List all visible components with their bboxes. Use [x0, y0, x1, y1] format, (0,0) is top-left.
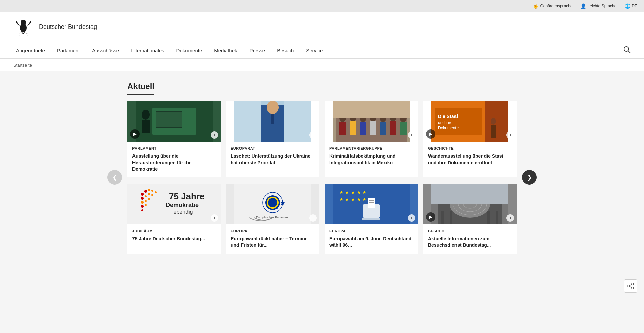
svg-rect-30 — [390, 121, 396, 135]
svg-rect-32 — [400, 122, 407, 135]
card-2-info-btn[interactable]: i — [309, 131, 317, 139]
svg-point-51 — [141, 197, 144, 200]
svg-point-3 — [624, 47, 629, 51]
main-nav: Abgeordnete Parlament Ausschüsse Interna… — [0, 42, 644, 59]
logo-area[interactable]: Deutscher Bundestag — [13, 17, 97, 37]
leichte-sprache-icon: 👤 — [581, 3, 586, 9]
card-8[interactable]: ▶ i Besuch Aktuelle Informationen zum Be… — [423, 184, 517, 254]
card-7-image: ★ ★ ★ ★ ★ ★ ★ ★ ★ ★ i — [325, 184, 418, 224]
card-4-play-btn[interactable]: ▶ — [426, 129, 435, 139]
svg-point-56 — [145, 200, 147, 202]
svg-rect-14 — [271, 114, 274, 124]
gebaerdensprache-link[interactable]: 🤟 Gebärdensprache — [533, 3, 573, 9]
card-1[interactable]: ▶ i Parlament Ausstellung über die Herau… — [127, 101, 221, 177]
card-6-image: ★★★ ★ ★ ★ ★ Europäisches Parlament i — [226, 184, 319, 224]
card-6-info-btn[interactable]: i — [309, 214, 317, 222]
card-6-image-svg: ★★★ ★ ★ ★ ★ Europäisches Parlament — [226, 184, 319, 224]
nav-abgeordnete[interactable]: Abgeordnete — [10, 42, 51, 59]
language-link[interactable]: 🌐 DE — [625, 3, 637, 9]
card-3-image: i — [325, 101, 418, 142]
svg-rect-22 — [350, 121, 356, 135]
svg-text:75 Jahre: 75 Jahre — [169, 191, 205, 201]
svg-point-58 — [141, 205, 144, 208]
card-1-play-btn[interactable]: ▶ — [130, 129, 140, 139]
card-1-body: Parlament Ausstellung über die Herausfor… — [127, 142, 221, 177]
svg-rect-26 — [370, 121, 376, 135]
card-8-body: Besuch Aktuelle Informationen zum Besuch… — [423, 224, 517, 254]
nav-mediathek[interactable]: Mediathek — [208, 42, 243, 59]
card-8-image: ▶ i — [423, 184, 517, 224]
card-7-body: Europa Europawahl am 9. Juni: Deutschlan… — [325, 224, 418, 254]
card-4-body: Geschichte Wanderausstellung über die St… — [423, 142, 517, 171]
card-2-image: i — [226, 101, 319, 142]
svg-line-4 — [628, 51, 631, 53]
globe-icon: 🌐 — [625, 3, 630, 9]
svg-point-40 — [491, 118, 496, 125]
svg-point-54 — [151, 194, 153, 196]
svg-point-59 — [145, 204, 147, 206]
bundestag-logo — [13, 17, 34, 37]
card-8-info-btn[interactable]: i — [506, 214, 514, 222]
svg-point-49 — [151, 190, 153, 192]
svg-point-47 — [144, 190, 147, 193]
card-6-category: Europa — [231, 229, 315, 233]
svg-rect-28 — [380, 122, 386, 135]
leichte-sprache-link[interactable]: 👤 Leichte Sprache — [581, 3, 617, 9]
card-2-title: Laschet: Unterstützung der Ukraine hat o… — [231, 153, 315, 166]
svg-text:Die Stasi: Die Stasi — [438, 114, 458, 119]
card-3-title: Kriminalitätsbekämpfung und Integrations… — [329, 153, 413, 166]
card-3-category: Parlamentariergruppe — [329, 146, 413, 150]
card-3[interactable]: i Parlamentariergruppe Kriminalitätsbekä… — [325, 101, 418, 177]
svg-text:Demokratie: Demokratie — [166, 202, 199, 208]
svg-text:★ ★ ★ ★ ★: ★ ★ ★ ★ ★ — [339, 190, 367, 195]
svg-rect-90 — [487, 211, 490, 224]
svg-rect-15 — [234, 101, 261, 142]
card-2-image-svg — [226, 101, 319, 142]
card-6-body: Europa Europawahl rückt näher – Termine … — [226, 224, 319, 254]
svg-text:Europäisches Parlament: Europäisches Parlament — [256, 216, 289, 219]
card-3-info-btn[interactable]: i — [408, 131, 415, 139]
search-button[interactable] — [620, 46, 634, 55]
card-5-image: 75 Jahre Demokratie lebendig — [127, 184, 221, 224]
nav-besuch[interactable]: Besuch — [271, 42, 300, 59]
nav-service[interactable]: Service — [300, 42, 329, 59]
nav-dokumente[interactable]: Dokumente — [170, 42, 208, 59]
nav-items: Abgeordnete Parlament Ausschüsse Interna… — [10, 42, 620, 59]
card-5-image-svg: 75 Jahre Demokratie lebendig — [127, 184, 221, 224]
card-2[interactable]: i Europarat Laschet: Unterstützung der U… — [226, 101, 319, 177]
svg-rect-39 — [485, 101, 508, 142]
svg-point-57 — [148, 198, 150, 200]
breadcrumb-startseite[interactable]: Startseite — [13, 63, 32, 68]
carousel-next-button[interactable]: ❯ — [522, 170, 537, 185]
nav-parlament[interactable]: Parlament — [51, 42, 86, 59]
language-label: DE — [632, 4, 637, 8]
card-7-info-btn[interactable]: i — [408, 214, 415, 222]
card-4[interactable]: Die Stasi und ihre Dokumente ▶ i Geschic… — [423, 101, 517, 177]
breadcrumb: Startseite — [0, 59, 644, 71]
card-2-category: Europarat — [231, 146, 315, 150]
svg-point-53 — [148, 193, 150, 195]
card-4-info-btn[interactable]: i — [506, 131, 514, 139]
svg-point-9 — [142, 110, 150, 120]
svg-rect-20 — [339, 122, 346, 135]
card-5-info-btn[interactable]: i — [211, 214, 218, 222]
card-1-info-btn[interactable]: i — [211, 131, 218, 139]
card-8-play-btn[interactable]: ▶ — [426, 212, 435, 222]
card-1-image: ▶ i — [127, 101, 221, 142]
carousel-prev-button[interactable]: ❮ — [107, 170, 122, 185]
chevron-left-icon: ❮ — [112, 174, 117, 181]
svg-point-52 — [145, 195, 147, 197]
card-6[interactable]: ★★★ ★ ★ ★ ★ Europäisches Parlament i Eur… — [226, 184, 319, 254]
card-5[interactable]: 75 Jahre Demokratie lebendig — [127, 184, 221, 254]
card-4-category: Geschichte — [428, 146, 512, 150]
card-1-title: Ausstellung über die Herausforderungen f… — [132, 153, 216, 173]
card-7-title: Europawahl am 9. Juni: Deutschland wählt… — [329, 236, 413, 249]
main-content: Aktuell ❮ — [121, 71, 523, 270]
card-7[interactable]: ★ ★ ★ ★ ★ ★ ★ ★ ★ ★ i Europa — [325, 184, 418, 254]
svg-rect-75 — [362, 218, 380, 220]
nav-presse[interactable]: Presse — [244, 42, 271, 59]
nav-internationales[interactable]: Internationales — [125, 42, 170, 59]
nav-ausschuesse[interactable]: Ausschüsse — [86, 42, 125, 59]
card-2-body: Europarat Laschet: Unterstützung der Ukr… — [226, 142, 319, 171]
svg-rect-88 — [441, 211, 444, 224]
